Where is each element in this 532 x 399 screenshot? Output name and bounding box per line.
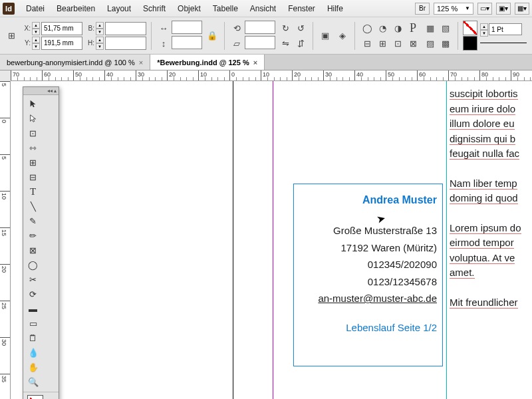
overflow-text-column: suscipit lobortiseum iriure doloillum do… bbox=[450, 86, 521, 310]
menu-tabelle[interactable]: Tabelle bbox=[207, 4, 244, 13]
zoom-level[interactable]: 125 %▼ bbox=[434, 3, 473, 15]
gap-tool-icon[interactable]: ⇿ bbox=[25, 140, 41, 155]
pen-tool-icon[interactable]: ✎ bbox=[25, 213, 41, 228]
view-options-icon[interactable]: ▭▾ bbox=[477, 3, 492, 15]
page-tool-icon[interactable]: ⊡ bbox=[25, 126, 41, 140]
gradient-swatch-tool-icon[interactable]: ▬ bbox=[25, 301, 41, 316]
h-label: H: bbox=[85, 39, 94, 47]
menu-hilfe[interactable]: Hilfe bbox=[321, 4, 349, 13]
gradient-feather-tool-icon[interactable]: ▭ bbox=[25, 316, 41, 331]
ellipse-tool-icon[interactable]: ◯ bbox=[25, 257, 41, 272]
pathfinder-1-icon[interactable]: ◯ bbox=[360, 21, 374, 35]
contact-addr2: 17192 Waren (Müritz) bbox=[299, 239, 437, 257]
stroke-swatch[interactable] bbox=[463, 36, 477, 51]
close-icon[interactable]: × bbox=[139, 59, 143, 66]
screen-mode-icon[interactable]: ▣▾ bbox=[496, 3, 511, 15]
margin-guide[interactable] bbox=[273, 81, 273, 399]
free-transform-tool-icon[interactable]: ⟳ bbox=[25, 287, 41, 301]
x-field[interactable]: 51,75 mm bbox=[41, 22, 82, 35]
bridge-button[interactable]: Br bbox=[415, 3, 430, 15]
contact-tel1: 012345/202090 bbox=[299, 256, 437, 273]
wrap-4-icon[interactable]: ▩ bbox=[438, 36, 453, 51]
char-p-icon[interactable]: P bbox=[406, 21, 420, 35]
menubar: Id Datei Bearbeiten Layout Schrift Objek… bbox=[0, 0, 532, 17]
hand-tool-icon[interactable]: ✋ bbox=[25, 360, 41, 374]
pathfinder-3-icon[interactable]: ◑ bbox=[390, 21, 405, 35]
selection-tool-icon[interactable] bbox=[25, 96, 41, 111]
direct-selection-tool-icon[interactable] bbox=[25, 111, 41, 126]
tools-panel[interactable]: ◂◂ ▴ ⊡ ⇿ ⊞ ⊟ T ╲ ✎ ✏ ⊠ ◯ ✂ ⟳ ▬ ▭ 🗒 💧 ✋ 🔍… bbox=[23, 86, 59, 399]
align-1-icon[interactable]: ⊟ bbox=[360, 36, 374, 51]
menu-layout[interactable]: Layout bbox=[101, 4, 137, 13]
select-container-icon[interactable]: ▣ bbox=[318, 29, 332, 43]
wrap-1-icon[interactable]: ▦ bbox=[423, 21, 438, 35]
text-frame-contact[interactable]: Andrea Muster Große Musterstraße 13 1719… bbox=[293, 184, 443, 366]
ref-point-icon[interactable]: ⊞ bbox=[4, 29, 19, 43]
scale-y-field[interactable] bbox=[172, 36, 202, 49]
scissors-tool-icon[interactable]: ✂ bbox=[25, 272, 41, 287]
rotate-cw-icon[interactable]: ↻ bbox=[278, 21, 293, 35]
y-up[interactable]: ▲ bbox=[32, 37, 40, 43]
pathfinder-2-icon[interactable]: ◔ bbox=[375, 21, 390, 35]
stroke-weight-field[interactable]: 1 Pt bbox=[489, 23, 522, 35]
y-label: Y: bbox=[21, 39, 31, 47]
content-collector-icon[interactable]: ⊞ bbox=[25, 155, 41, 170]
doc-tab-1[interactable]: bewerbung-anonymisiert.indd @ 100 %× bbox=[0, 55, 150, 70]
x-down[interactable]: ▼ bbox=[32, 29, 40, 35]
eyedropper-tool-icon[interactable]: 💧 bbox=[25, 345, 41, 360]
menu-objekt[interactable]: Objekt bbox=[172, 4, 207, 13]
page-edge-guide bbox=[233, 81, 233, 399]
rectangle-frame-tool-icon[interactable]: ⊠ bbox=[25, 243, 41, 257]
y-field[interactable]: 191,5 mm bbox=[41, 37, 82, 50]
align-2-icon[interactable]: ⊞ bbox=[375, 36, 390, 51]
flip-v-icon[interactable]: ⇵ bbox=[293, 36, 308, 51]
x-label: X: bbox=[21, 25, 31, 32]
rotate-ccw-icon[interactable]: ↺ bbox=[293, 21, 308, 35]
wrap-2-icon[interactable]: ▧ bbox=[438, 21, 453, 35]
column-guide[interactable] bbox=[446, 81, 447, 399]
contact-name: Andrea Muster bbox=[299, 191, 437, 209]
y-down[interactable]: ▼ bbox=[32, 43, 40, 50]
scale-x-icon[interactable]: ↔ bbox=[156, 21, 171, 35]
constrain-icon[interactable]: 🔒 bbox=[205, 29, 219, 43]
x-up[interactable]: ▲ bbox=[32, 22, 40, 29]
fill-stroke-proxy[interactable] bbox=[25, 395, 57, 399]
document-canvas[interactable]: Andrea Muster Große Musterstraße 13 1719… bbox=[11, 81, 532, 399]
align-3-icon[interactable]: ⊡ bbox=[390, 36, 405, 51]
width-field[interactable] bbox=[105, 22, 146, 35]
app-icon: Id bbox=[3, 3, 15, 15]
panel-collapse-icon[interactable]: ◂◂ ▴ bbox=[23, 87, 59, 95]
shear-icon[interactable]: ▱ bbox=[229, 36, 244, 51]
menu-datei[interactable]: Datei bbox=[20, 4, 51, 13]
type-tool-icon[interactable]: T bbox=[25, 184, 41, 199]
content-placer-icon[interactable]: ⊟ bbox=[25, 170, 41, 184]
line-tool-icon[interactable]: ╲ bbox=[25, 199, 41, 213]
menu-fenster[interactable]: Fenster bbox=[282, 4, 321, 13]
menu-bearbeiten[interactable]: Bearbeiten bbox=[51, 4, 101, 13]
height-field[interactable] bbox=[105, 37, 146, 50]
doc-tab-2[interactable]: *Bewerbung.indd @ 125 %× bbox=[150, 55, 265, 70]
flip-h-icon[interactable]: ⇋ bbox=[278, 36, 293, 51]
b-label: B: bbox=[85, 25, 94, 32]
menu-ansicht[interactable]: Ansicht bbox=[244, 4, 282, 13]
note-tool-icon[interactable]: 🗒 bbox=[25, 331, 41, 345]
fill-swatch[interactable] bbox=[463, 21, 477, 35]
rotate-icon[interactable]: ⟲ bbox=[229, 21, 244, 35]
arrange-icon[interactable]: ▦▾ bbox=[515, 3, 529, 15]
scale-x-field[interactable] bbox=[172, 21, 202, 34]
stroke-style-icon[interactable] bbox=[480, 43, 527, 48]
vertical-ruler[interactable]: 505101520253035 bbox=[0, 81, 11, 399]
close-icon[interactable]: × bbox=[253, 59, 257, 66]
contact-email: an-muster@muster-abc.de bbox=[299, 290, 437, 307]
pencil-tool-icon[interactable]: ✏ bbox=[25, 228, 41, 243]
scale-y-icon[interactable]: ↕ bbox=[156, 36, 171, 51]
menu-schrift[interactable]: Schrift bbox=[137, 4, 172, 13]
fill-proxy-icon[interactable] bbox=[27, 395, 43, 399]
select-content-icon[interactable]: ◈ bbox=[335, 29, 350, 43]
contact-addr1: Große Musterstraße 13 bbox=[299, 222, 437, 239]
horizontal-ruler[interactable]: 706050403020100102030405060708090 bbox=[11, 70, 532, 81]
contact-tel2: 0123/12345678 bbox=[299, 273, 437, 291]
zoom-tool-icon[interactable]: 🔍 bbox=[25, 374, 41, 389]
wrap-3-icon[interactable]: ▨ bbox=[423, 36, 438, 51]
align-4-icon[interactable]: ⊠ bbox=[406, 36, 420, 51]
